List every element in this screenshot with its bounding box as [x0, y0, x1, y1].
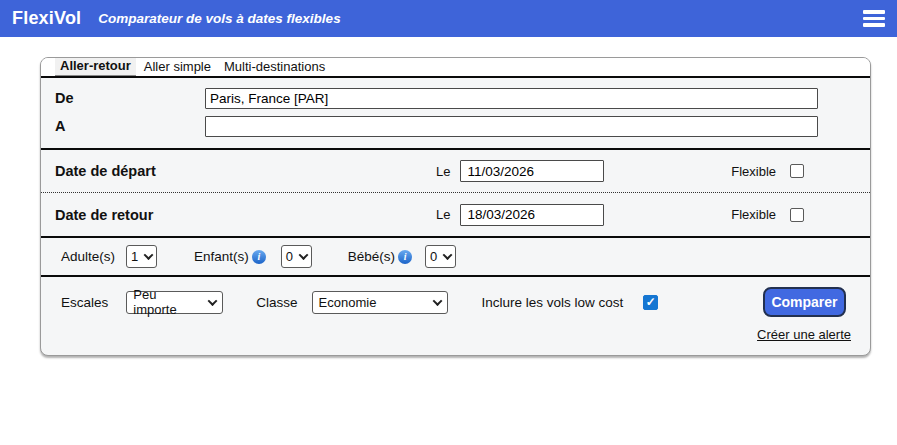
adults-select[interactable]: 1 — [126, 245, 157, 268]
stops-select[interactable]: Peu importe — [126, 291, 223, 314]
departure-le-label: Le — [436, 164, 450, 179]
tab-aller-simple[interactable]: Aller simple — [139, 58, 216, 76]
return-le-label: Le — [436, 207, 450, 222]
from-row: De — [41, 84, 870, 112]
infants-value: 0 — [430, 249, 437, 264]
tab-aller-retour[interactable]: Aller-retour — [55, 57, 136, 76]
stops-value: Peu importe — [133, 287, 202, 317]
route-section: De A — [41, 78, 870, 150]
app-logo: FlexiVol — [12, 8, 81, 29]
chevron-down-icon — [144, 250, 154, 260]
options-section: Escales Peu importe Classe Economie Incl… — [41, 277, 870, 355]
flight-search-panel: Aller-retour Aller simple Multi-destinat… — [40, 57, 871, 356]
children-select[interactable]: 0 — [281, 245, 312, 268]
departure-flexible-checkbox[interactable] — [790, 164, 804, 178]
tab-multi-destinations[interactable]: Multi-destinations — [219, 58, 330, 76]
create-alert-link[interactable]: Créer une alerte — [757, 327, 851, 342]
dates-section: Date de départ Le Flexible Date de retou… — [41, 150, 870, 238]
children-info-icon[interactable]: i — [252, 250, 266, 264]
class-select[interactable]: Economie — [312, 291, 448, 314]
trip-type-tabs: Aller-retour Aller simple Multi-destinat… — [41, 58, 870, 78]
options-row: Escales Peu importe Classe Economie Incl… — [41, 287, 870, 317]
from-label: De — [55, 90, 205, 106]
departure-date-row: Date de départ Le Flexible — [41, 150, 870, 193]
chevron-down-icon — [443, 250, 453, 260]
chevron-down-icon — [208, 296, 218, 306]
departure-flexible-label: Flexible — [731, 164, 776, 179]
infants-select[interactable]: 0 — [425, 245, 456, 268]
children-label: Enfant(s) — [194, 249, 249, 264]
return-date-input[interactable] — [460, 204, 604, 226]
return-date-row: Date de retour Le Flexible — [41, 193, 870, 236]
class-label: Classe — [256, 295, 297, 310]
app-tagline: Comparateur de vols à dates flexibles — [98, 11, 340, 26]
to-row: A — [41, 112, 870, 140]
departure-date-input[interactable] — [460, 160, 604, 182]
children-value: 0 — [286, 249, 293, 264]
lowcost-label: Inclure les vols low cost — [482, 295, 624, 310]
to-input[interactable] — [205, 116, 818, 137]
compare-button[interactable]: Comparer — [763, 287, 846, 317]
return-flexible-checkbox[interactable] — [790, 208, 804, 222]
departure-date-label: Date de départ — [55, 163, 436, 179]
alert-link-row: Créer une alerte — [41, 317, 870, 349]
adults-value: 1 — [131, 249, 138, 264]
infants-label: Bébé(s) — [348, 249, 395, 264]
app-header: FlexiVol Comparateur de vols à dates fle… — [0, 0, 897, 37]
return-flexible-label: Flexible — [731, 207, 776, 222]
from-input[interactable] — [205, 88, 818, 109]
passengers-section: Adulte(s) 1 Enfant(s) i 0 Bébé(s) i 0 — [41, 238, 870, 277]
return-flexible-group: Flexible — [731, 207, 804, 222]
chevron-down-icon — [432, 296, 442, 306]
departure-flexible-group: Flexible — [731, 164, 804, 179]
to-label: A — [55, 118, 205, 134]
stops-label: Escales — [61, 295, 108, 310]
adults-label: Adulte(s) — [61, 249, 115, 264]
class-value: Economie — [319, 295, 377, 310]
infants-info-icon[interactable]: i — [398, 250, 412, 264]
lowcost-checkbox[interactable] — [643, 295, 658, 310]
chevron-down-icon — [298, 250, 308, 260]
return-date-label: Date de retour — [55, 207, 436, 223]
hamburger-menu-icon[interactable] — [863, 7, 885, 30]
